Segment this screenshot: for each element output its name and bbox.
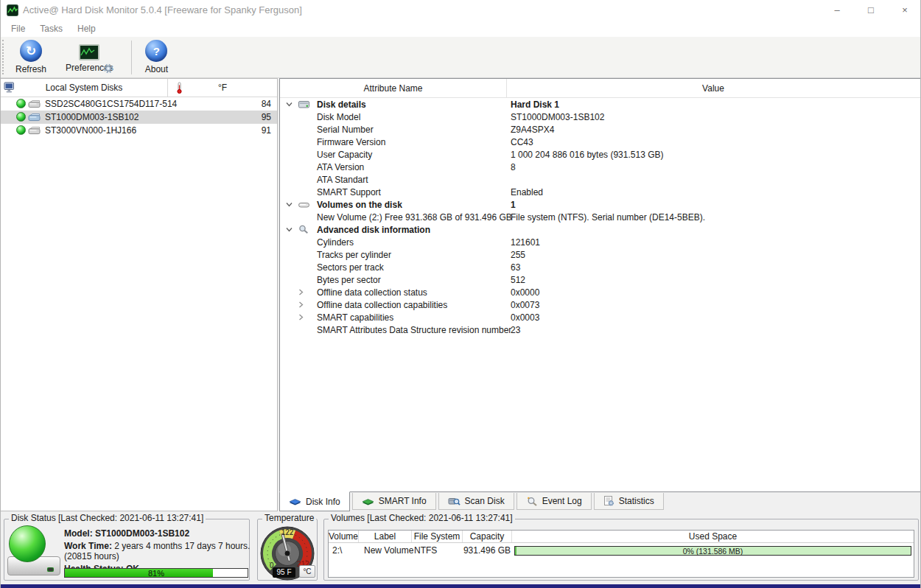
attribute-name: Offline data collection capabilities (317, 300, 447, 310)
tab-label: Event Log (542, 496, 582, 506)
maximize-button[interactable]: □ (854, 0, 888, 21)
temperature-groupbox: Temperature 122 0 212 95 F °C (257, 519, 318, 581)
close-button[interactable]: × (888, 0, 921, 21)
minimize-button[interactable]: – (820, 0, 854, 21)
attribute-icon-slot (298, 200, 317, 209)
disk-list-row[interactable]: ST3000VN000-1HJ16691 (1, 124, 277, 137)
attribute-row[interactable]: User Capacity1 000 204 886 016 bytes (93… (280, 148, 920, 161)
attribute-name-cell: Disk details (280, 99, 506, 110)
chevron-down-icon[interactable] (286, 202, 293, 207)
attribute-row[interactable]: New Volume (2:) Free 931.368 GB of 931.4… (280, 211, 920, 223)
unit-toggle-button[interactable]: °C (299, 565, 315, 578)
disk-list-row[interactable]: SSD2SC480G1CS1754D117-51484 (1, 97, 277, 111)
attribute-icon-slot (298, 314, 317, 321)
attribute-row[interactable]: Volumes on the disk1 (280, 198, 920, 211)
chevron-right-icon[interactable] (298, 314, 304, 321)
disk-list-rows: SSD2SC480G1CS1754D117-51484ST1000DM003-1… (1, 97, 277, 137)
attribute-row[interactable]: Disk ModelST1000DM003-1SB102 (280, 111, 920, 123)
tab-scan-disk[interactable]: Scan Disk (438, 493, 514, 510)
disk-model-label: SSD2SC480G1CS1754D117-514 (45, 99, 177, 109)
toolbar: ↻RefreshPreferences?About (1, 37, 921, 78)
toolbar-button-label: Refresh (15, 64, 46, 74)
health-percent-label: 81% (65, 569, 248, 578)
attribute-row[interactable]: Tracks per cylinder255 (280, 248, 920, 261)
disk-info-icon (289, 497, 301, 506)
tab-statistics[interactable]: Statistics (594, 493, 664, 510)
volumes-column-header[interactable]: Capacity (463, 531, 512, 542)
attribute-row[interactable]: Serial NumberZ9A4SPX4 (280, 123, 920, 136)
attribute-table-header: Attribute Name Value (280, 79, 920, 98)
attribute-name-cell: Advanced disk information (280, 225, 506, 235)
attribute-value: 8 (506, 162, 920, 172)
attribute-value: 1 000 204 886 016 bytes (931.513 GB) (506, 150, 920, 160)
disk-list-header-main[interactable]: Local System Disks (1, 79, 168, 97)
tab-label: Statistics (619, 496, 654, 506)
disk-temp-value: 84 (262, 99, 271, 109)
temperature-reading: 95 F (273, 567, 295, 578)
work-time-hours: (20815 hours) (64, 551, 119, 561)
attribute-rows: Disk detailsHard Disk 1Disk ModelST1000D… (280, 98, 920, 336)
menu-item-tasks[interactable]: Tasks (32, 21, 70, 37)
menu-item-help[interactable]: Help (70, 21, 103, 37)
attribute-name: Disk Model (317, 112, 360, 122)
preferences-button[interactable]: Preferences (58, 40, 121, 74)
attribute-icon-slot (298, 225, 317, 234)
health-orb-icon (9, 525, 46, 562)
attribute-row[interactable]: Sectors per track63 (280, 261, 920, 273)
health-progress-bar: 81% (64, 568, 248, 578)
chevron-right-icon[interactable] (298, 289, 304, 295)
volumes-column-header[interactable]: Used Space (512, 531, 914, 542)
tab-smart-info[interactable]: SMART Info (352, 493, 436, 510)
app-window: { "window": { "title": "Active@ Hard Dis… (0, 0, 921, 588)
window-title: Active@ Hard Disk Monitor 5.0.4 [Freewar… (23, 0, 302, 21)
toolbar-grip[interactable] (2, 40, 4, 74)
used-space-bar: 0% (131.586 MB) (514, 546, 911, 556)
tab-disk-info[interactable]: Disk Info (279, 491, 350, 511)
volume-name: 2:\ (329, 545, 359, 556)
attribute-value: 0x0073 (506, 300, 920, 310)
attribute-row[interactable]: Cylinders121601 (280, 236, 920, 248)
chevron-right-icon[interactable] (298, 301, 304, 308)
chevron-down-icon[interactable] (286, 102, 293, 107)
about-icon: ? (145, 40, 167, 62)
attribute-row[interactable]: Disk detailsHard Disk 1 (280, 98, 920, 111)
attribute-row[interactable]: SMART capabilities0x0003 (280, 311, 920, 323)
app-icon (7, 4, 18, 16)
attribute-row[interactable]: ATA Version8 (280, 161, 920, 173)
volumes-groupbox: Volumes [Last Checked: 2021-06-11 13:27:… (323, 519, 919, 581)
chevron-down-icon[interactable] (286, 227, 293, 232)
attribute-row[interactable]: Firmware VersionCC43 (280, 136, 920, 148)
menu-item-file[interactable]: File (4, 21, 32, 37)
attribute-value: Enabled (506, 187, 920, 197)
refresh-button[interactable]: ↻Refresh (8, 38, 54, 76)
attribute-name: Disk details (317, 99, 366, 110)
attribute-name-column-header[interactable]: Attribute Name (280, 79, 506, 98)
disk-icon (298, 99, 309, 109)
attribute-value: 255 (506, 250, 920, 260)
attribute-name-cell: Cylinders (280, 237, 506, 248)
tab-event-log[interactable]: Event Log (516, 493, 592, 510)
attribute-row[interactable]: Offline data collection capabilities0x00… (280, 298, 920, 311)
attribute-name-cell: Tracks per cylinder (280, 250, 506, 260)
volume-row[interactable]: 2:\New VolumeNTFS931.496 GB0% (131.586 M… (329, 543, 914, 558)
volume-file-system: NTFS (412, 545, 463, 556)
about-button[interactable]: ?About (138, 38, 175, 76)
disk-list-header-temp[interactable]: °F (168, 79, 277, 97)
attribute-name: SMART Support (317, 187, 381, 197)
attribute-row[interactable]: SMART SupportEnabled (280, 186, 920, 198)
disk-status-groupbox: Disk Status [Last Checked: 2021-06-11 13… (4, 519, 250, 581)
attribute-row[interactable]: Advanced disk information (280, 223, 920, 236)
attribute-name-cell: Offline data collection capabilities (280, 300, 506, 310)
attribute-row[interactable]: ATA Standart (280, 173, 920, 186)
attribute-row[interactable]: SMART Attributes Data Structure revision… (280, 323, 920, 336)
attribute-row[interactable]: Offline data collection status0x0000 (280, 286, 920, 298)
attribute-name: User Capacity (317, 150, 372, 160)
volumes-column-header[interactable]: Volume (329, 531, 359, 542)
attribute-row[interactable]: Bytes per sector512 (280, 273, 920, 286)
volumes-column-header[interactable]: File System (412, 531, 463, 542)
volumes-column-header[interactable]: Label (359, 531, 412, 542)
disk-list-row[interactable]: ST1000DM003-1SB10295 (1, 111, 277, 124)
value-column-header[interactable]: Value (506, 79, 920, 98)
menu-bar: FileTasksHelp (1, 21, 921, 37)
gray-disk-icon (28, 99, 41, 108)
